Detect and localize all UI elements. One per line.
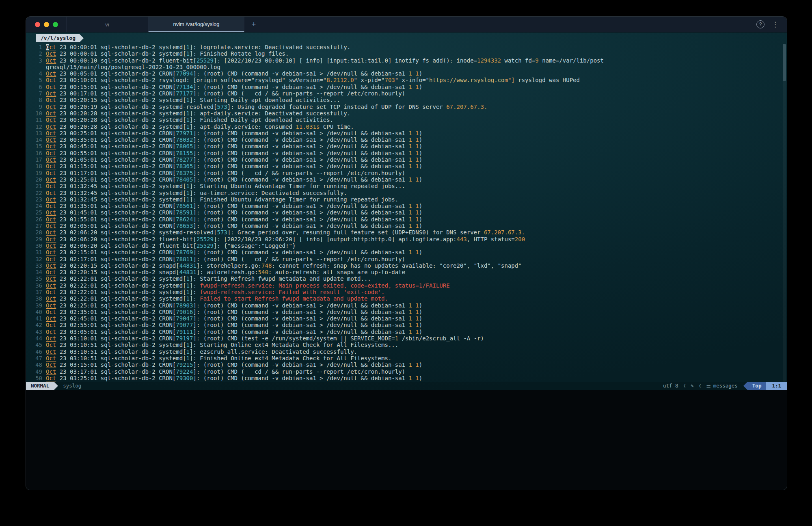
list-icon: ☰ — [706, 382, 710, 390]
log-line-text: Oct 23 03:10:51 sql-scholar-db-2 systemd… — [46, 342, 398, 348]
line-number: 40 — [32, 309, 42, 315]
desktop: vi nvim /var/log/syslog + ? ⋮ /v/l/syslo… — [0, 0, 812, 526]
log-line-text: gresql/15/main/log/postgresql-2022-10-23… — [46, 64, 220, 70]
chevron-left-icon: ❮ — [699, 382, 702, 390]
log-line-text: Oct 23 02:06:20 sql-scholar-db-2 systemd… — [46, 229, 525, 236]
line-number: 28 — [32, 229, 42, 236]
mode-arrow-icon — [54, 382, 58, 390]
log-row: 39Oct 23 02:25:01 sql-scholar-db-2 CRON[… — [26, 302, 787, 309]
close-button[interactable] — [35, 22, 40, 27]
maximize-button[interactable] — [53, 22, 58, 27]
scrollbar-track[interactable] — [783, 44, 786, 382]
log-row: 7Oct 23 00:17:01 sql-scholar-db-2 CRON[7… — [26, 90, 787, 97]
log-row: 34Oct 23 02:20:15 sql-scholar-db-2 snapd… — [26, 269, 787, 275]
log-row: 28Oct 23 02:06:20 sql-scholar-db-2 syste… — [26, 229, 787, 236]
log-line-text: Oct 23 02:22:01 sql-scholar-db-2 systemd… — [46, 282, 450, 289]
log-line-text: Oct 23 02:22:01 sql-scholar-db-2 systemd… — [46, 275, 371, 282]
log-row: 43Oct 23 03:05:01 sql-scholar-db-2 CRON[… — [26, 329, 787, 335]
new-tab-button[interactable]: + — [244, 17, 263, 32]
help-icon[interactable]: ? — [756, 20, 764, 28]
log-row: 29Oct 23 02:06:20 sql-scholar-db-2 fluen… — [26, 236, 787, 242]
line-number: 42 — [32, 322, 42, 328]
log-line-text: Oct 23 03:10:51 sql-scholar-db-2 systemd… — [46, 355, 391, 361]
log-row: 2Oct 23 00:00:01 sql-scholar-db-2 system… — [26, 50, 787, 57]
log-line-text: Oct 23 01:35:01 sql-scholar-db-2 CRON[78… — [46, 203, 422, 209]
log-row: 14Oct 23 00:35:01 sql-scholar-db-2 CRON[… — [26, 136, 787, 143]
log-row: 5Oct 23 00:10:01 sql-scholar-db-2 rsyslo… — [26, 77, 787, 83]
line-number: 32 — [32, 256, 42, 262]
log-row: 33Oct 23 02:20:15 sql-scholar-db-2 snapd… — [26, 262, 787, 269]
log-line-text: Oct 23 01:05:01 sql-scholar-db-2 CRON[78… — [46, 156, 422, 163]
line-number: 41 — [32, 315, 42, 322]
log-row: 41Oct 23 02:45:01 sql-scholar-db-2 CRON[… — [26, 315, 787, 322]
line-number: 8 — [32, 97, 42, 103]
log-line-text: Oct 23 03:05:01 sql-scholar-db-2 CRON[79… — [46, 329, 422, 335]
nvim-screen: /v/l/syslog 1Oct 23 00:00:01 sql-scholar… — [26, 32, 787, 390]
tab-nvim-syslog[interactable]: nvim /var/log/syslog — [148, 17, 244, 32]
log-line-text: Oct 23 00:20:28 sql-scholar-db-2 systemd… — [46, 117, 333, 123]
line-number: 10 — [32, 110, 42, 117]
position-arrow-icon — [743, 382, 747, 390]
log-line-text: Oct 23 02:05:01 sql-scholar-db-2 CRON[78… — [46, 223, 422, 229]
pencil-icon: ✎ — [691, 382, 694, 390]
tab-nvim-syslog-label: nvim /var/log/syslog — [173, 21, 219, 27]
line-number: 31 — [32, 249, 42, 255]
line-number: 16 — [32, 150, 42, 156]
log-line-text: Oct 23 00:00:01 sql-scholar-db-2 systemd… — [46, 44, 350, 50]
titlebar-icons: ? ⋮ — [756, 17, 787, 32]
log-row: 24Oct 23 01:35:01 sql-scholar-db-2 CRON[… — [26, 203, 787, 209]
line-number: 2 — [32, 50, 42, 57]
line-number: 18 — [32, 163, 42, 169]
log-row: 25Oct 23 01:45:01 sql-scholar-db-2 CRON[… — [26, 209, 787, 216]
line-number: 47 — [32, 355, 42, 361]
mode-badge: NORMAL — [26, 382, 54, 390]
log-row: 12Oct 23 00:20:28 sql-scholar-db-2 syste… — [26, 123, 787, 130]
line-number: 33 — [32, 262, 42, 269]
log-buffer[interactable]: 1Oct 23 00:00:01 sql-scholar-db-2 system… — [26, 44, 787, 382]
menu-icon[interactable]: ⋮ — [771, 20, 780, 29]
line-number: 21 — [32, 183, 42, 189]
line-number: 37 — [32, 289, 42, 295]
line-number: 50 — [32, 375, 42, 381]
log-line-text: Oct 23 00:20:28 sql-scholar-db-2 systemd… — [46, 110, 350, 117]
line-number: 49 — [32, 368, 42, 375]
log-row: 26Oct 23 01:55:01 sql-scholar-db-2 CRON[… — [26, 216, 787, 223]
line-number: 15 — [32, 143, 42, 149]
log-line-text: Oct 23 01:17:01 sql-scholar-db-2 CRON[78… — [46, 170, 405, 176]
log-line-text: Oct 23 00:10:01 sql-scholar-db-2 rsyslog… — [46, 77, 580, 83]
line-number: 6 — [32, 84, 42, 90]
log-line-text: Oct 23 02:20:15 sql-scholar-db-2 snapd[4… — [46, 262, 522, 269]
line-number: 29 — [32, 236, 42, 242]
line-number: 44 — [32, 335, 42, 342]
line-number: 35 — [32, 275, 42, 282]
tab-vi[interactable]: vi — [66, 17, 148, 32]
log-row: 46Oct 23 03:10:51 sql-scholar-db-2 syste… — [26, 349, 787, 355]
line-number: 38 — [32, 295, 42, 302]
line-number: 22 — [32, 190, 42, 196]
log-line-text: Oct 23 02:06:20 sql-scholar-db-2 fluent-… — [46, 236, 525, 242]
log-row: 47Oct 23 03:10:51 sql-scholar-db-2 syste… — [26, 355, 787, 361]
log-line-text: Oct 23 00:00:01 sql-scholar-db-2 systemd… — [46, 50, 289, 57]
log-row: 11Oct 23 00:20:28 sql-scholar-db-2 syste… — [26, 117, 787, 123]
minimize-button[interactable] — [44, 22, 49, 27]
line-number: 9 — [32, 104, 42, 110]
log-row: 27Oct 23 02:05:01 sql-scholar-db-2 CRON[… — [26, 223, 787, 229]
log-row: 10Oct 23 00:20:28 sql-scholar-db-2 syste… — [26, 110, 787, 117]
log-row: 36Oct 23 02:22:01 sql-scholar-db-2 syste… — [26, 282, 787, 289]
log-line-text: Oct 23 02:22:01 sql-scholar-db-2 systemd… — [46, 289, 384, 295]
log-row: 6Oct 23 00:15:01 sql-scholar-db-2 CRON[7… — [26, 84, 787, 90]
log-line-text: Oct 23 01:32:45 sql-scholar-db-2 systemd… — [46, 196, 398, 203]
log-row: 44Oct 23 03:10:01 sql-scholar-db-2 CRON[… — [26, 335, 787, 342]
log-line-text: Oct 23 03:17:01 sql-scholar-db-2 CRON[79… — [46, 368, 405, 375]
line-number: 17 — [32, 156, 42, 163]
winbar: /v/l/syslog — [26, 32, 787, 44]
scrollbar-thumb[interactable] — [783, 44, 786, 81]
log-row: 49Oct 23 03:17:01 sql-scholar-db-2 CRON[… — [26, 368, 787, 375]
log-row: 1Oct 23 00:00:01 sql-scholar-db-2 system… — [26, 44, 787, 50]
window-empty-area — [26, 390, 787, 490]
line-number: 3 — [32, 57, 42, 64]
log-row: 37Oct 23 02:22:01 sql-scholar-db-2 syste… — [26, 289, 787, 295]
line-number: 4 — [32, 70, 42, 77]
log-row: 3Oct 23 00:00:10 sql-scholar-db-2 fluent… — [26, 57, 787, 64]
line-number: 19 — [32, 170, 42, 176]
